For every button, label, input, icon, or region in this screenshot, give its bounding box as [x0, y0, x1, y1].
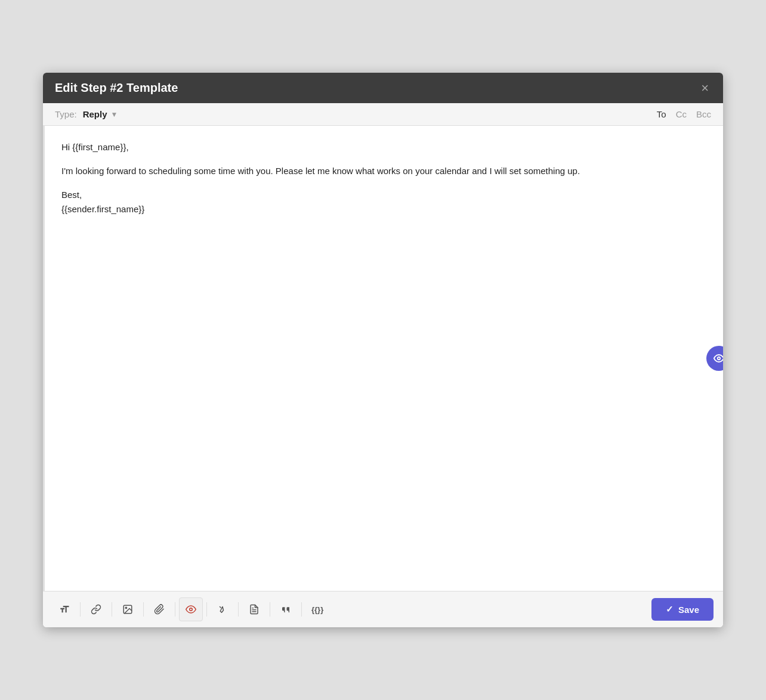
- recipient-controls: To Cc Bcc: [657, 109, 711, 119]
- type-value: Reply: [83, 109, 107, 119]
- checkmark-icon: ✓: [666, 604, 674, 615]
- type-label: Type:: [55, 109, 77, 119]
- variables-icon: {{}}: [311, 605, 323, 614]
- template-button[interactable]: [242, 597, 266, 621]
- save-button[interactable]: ✓ Save: [651, 598, 714, 621]
- svg-point-3: [190, 608, 193, 611]
- link-button[interactable]: [84, 597, 108, 621]
- eye-icon: [714, 353, 723, 364]
- toolbar: {{}} ✓ Save: [43, 591, 723, 627]
- divider-3: [143, 602, 144, 617]
- divider-5: [206, 602, 207, 617]
- svg-point-2: [125, 607, 126, 608]
- email-body-text: I'm looking forward to scheduling some t…: [61, 164, 706, 178]
- email-body[interactable]: Hi {{first_name}}, I'm looking forward t…: [43, 126, 723, 591]
- divider-4: [175, 602, 175, 617]
- email-closing: Best, {{sender.first_name}}: [61, 188, 706, 216]
- modal-title: Edit Step #2 Template: [55, 81, 178, 95]
- to-button[interactable]: To: [657, 109, 666, 119]
- preview-button[interactable]: [706, 346, 723, 371]
- font-button[interactable]: [52, 597, 76, 621]
- signature-button[interactable]: [211, 597, 234, 621]
- type-bar: Type: Reply ▼ To Cc Bcc: [43, 103, 723, 126]
- preview-toolbar-button[interactable]: [179, 597, 203, 621]
- cc-button[interactable]: Cc: [676, 109, 687, 119]
- variables-button[interactable]: {{}}: [305, 597, 329, 621]
- divider-7: [270, 602, 270, 617]
- eye-active-icon: [186, 604, 196, 615]
- attachment-button[interactable]: [147, 597, 171, 621]
- close-button[interactable]: ×: [699, 82, 711, 95]
- email-greeting: Hi {{first_name}},: [61, 140, 706, 154]
- link-icon: [91, 604, 101, 615]
- font-icon: [59, 604, 70, 615]
- quote-button[interactable]: [274, 597, 298, 621]
- modal-header: Edit Step #2 Template ×: [43, 73, 723, 103]
- chevron-down-icon: ▼: [111, 110, 118, 119]
- quote-icon: [280, 604, 291, 615]
- divider-6: [238, 602, 239, 617]
- bcc-button[interactable]: Bcc: [696, 109, 711, 119]
- svg-point-0: [718, 357, 721, 360]
- template-icon: [249, 604, 260, 615]
- image-icon: [122, 604, 133, 615]
- image-button[interactable]: [116, 597, 140, 621]
- paperclip-icon: [154, 604, 165, 615]
- divider-1: [80, 602, 81, 617]
- divider-2: [112, 602, 112, 617]
- save-label: Save: [678, 605, 699, 615]
- edit-template-modal: Edit Step #2 Template × Type: Reply ▼ To…: [43, 73, 723, 627]
- pointer-icon: [217, 604, 228, 615]
- type-dropdown[interactable]: Reply ▼: [83, 109, 118, 119]
- divider-8: [301, 602, 302, 617]
- type-left: Type: Reply ▼: [55, 109, 118, 119]
- toolbar-left: {{}}: [52, 597, 329, 621]
